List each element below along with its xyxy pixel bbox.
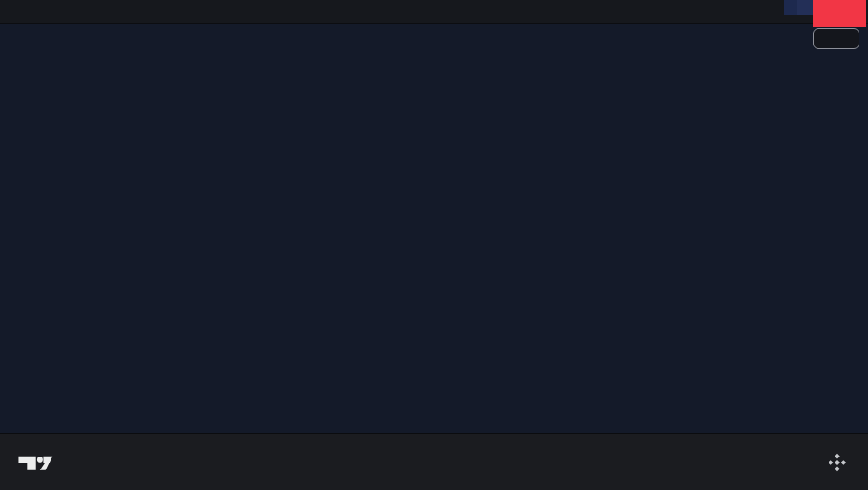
currency-toggle-button[interactable] <box>813 28 859 49</box>
author-handle <box>826 451 856 474</box>
binance-logo-icon <box>826 451 848 474</box>
watermark-bar <box>0 0 868 24</box>
price-chart[interactable] <box>0 24 868 433</box>
last-price-badge <box>813 0 866 27</box>
footer-bar <box>0 433 868 490</box>
low-label <box>787 0 797 15</box>
tradingview-logo-icon <box>17 450 53 475</box>
symbol-legend[interactable] <box>15 29 30 42</box>
tradingview-screenshot <box>0 0 868 490</box>
tradingview-logo[interactable] <box>17 450 62 475</box>
